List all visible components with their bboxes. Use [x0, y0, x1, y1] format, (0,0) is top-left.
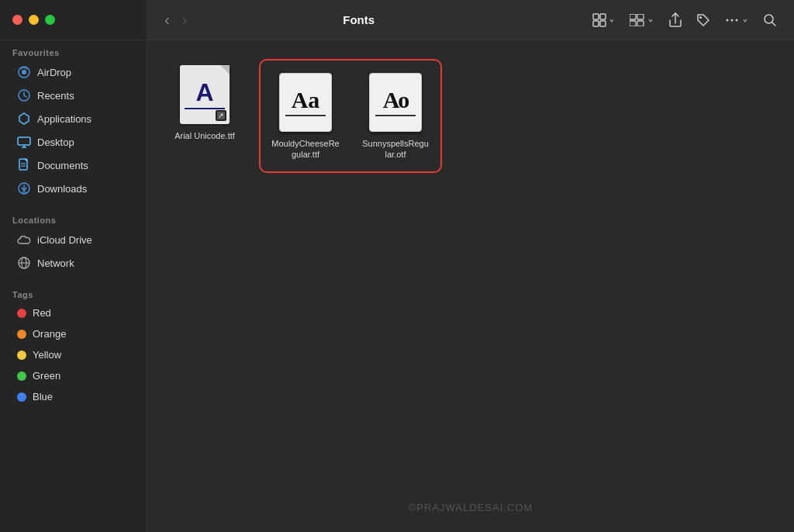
sidebar-item-desktop[interactable]: Desktop	[5, 131, 142, 153]
locations-section-label: Locations	[0, 208, 147, 228]
sidebar-item-airdrop[interactable]: AirDrop	[5, 61, 142, 83]
sunny-font-icon: Ao	[369, 73, 422, 132]
downloads-icon	[17, 181, 31, 195]
tag-blue-label: Blue	[33, 391, 53, 402]
close-button[interactable]	[12, 15, 22, 25]
search-icon	[763, 13, 777, 27]
svg-rect-3	[18, 137, 30, 145]
mouldy-icon-wrapper: Aa	[278, 71, 333, 133]
airdrop-icon	[17, 65, 31, 79]
network-icon	[17, 256, 31, 270]
svg-point-23	[699, 16, 702, 19]
file-item-sunny[interactable]: Ao SunnyspellsRegular.otf	[357, 67, 434, 165]
airdrop-label: AirDrop	[37, 67, 71, 78]
green-tag-dot	[17, 371, 26, 381]
watermark: ©PRAJWALDESAI.COM	[409, 502, 533, 513]
more-dropdown-arrow-icon	[741, 16, 749, 24]
tag-green-label: Green	[33, 370, 60, 382]
favourites-section-label: Favourites	[0, 40, 147, 60]
svg-point-1	[22, 70, 26, 74]
recents-icon	[17, 88, 31, 102]
tag-orange-label: Orange	[33, 328, 66, 340]
svg-rect-19	[630, 14, 636, 19]
options-dropdown-arrow-icon	[647, 16, 654, 24]
tag-red-label: Red	[33, 307, 51, 319]
svg-point-26	[736, 19, 738, 21]
maximize-button[interactable]	[45, 15, 55, 25]
svg-rect-20	[637, 14, 644, 19]
sidebar-item-recents[interactable]: Recents	[5, 85, 142, 106]
sidebar-item-documents[interactable]: Documents	[5, 154, 142, 176]
arial-icon-wrapper: A ↗	[177, 64, 233, 126]
svg-rect-22	[637, 21, 644, 26]
icloud-label: iCloud Drive	[37, 234, 92, 246]
tag-yellow-label: Yellow	[33, 349, 61, 361]
orange-tag-dot	[17, 330, 26, 339]
file-item-arial[interactable]: A ↗ Arial Unicode.ttf	[166, 59, 243, 146]
view-grid-button[interactable]	[588, 10, 620, 30]
window-controls	[0, 0, 147, 40]
back-button[interactable]: ‹	[160, 9, 174, 30]
desktop-label: Desktop	[37, 136, 74, 148]
downloads-label: Downloads	[37, 183, 87, 195]
nav-buttons: ‹ ›	[160, 9, 192, 30]
mouldy-file-label: MouldyCheeseRegular.ttf	[271, 138, 340, 161]
minimize-button[interactable]	[29, 15, 39, 25]
svg-point-24	[727, 19, 729, 21]
grid-view-icon	[592, 13, 606, 27]
svg-line-28	[772, 22, 776, 26]
documents-label: Documents	[37, 160, 88, 171]
list-view-icon	[630, 14, 645, 26]
more-options-button[interactable]	[720, 11, 754, 29]
tag-icon	[696, 13, 710, 27]
documents-icon	[17, 158, 31, 172]
share-button[interactable]	[664, 9, 687, 31]
share-icon	[668, 12, 682, 28]
red-tag-dot	[17, 309, 26, 318]
sunny-file-label: SunnyspellsRegular.otf	[361, 138, 430, 161]
sidebar-item-tag-yellow[interactable]: Yellow	[5, 345, 142, 364]
sunny-icon-wrapper: Ao	[368, 71, 423, 133]
sidebar-item-downloads[interactable]: Downloads	[5, 178, 142, 199]
toolbar: ‹ › Fonts	[147, 0, 794, 40]
more-options-icon	[724, 14, 740, 26]
sidebar-item-network[interactable]: Network	[5, 252, 142, 274]
yellow-tag-dot	[17, 351, 26, 360]
arial-font-icon: A ↗	[180, 65, 230, 124]
view-options-button[interactable]	[625, 11, 659, 29]
applications-icon	[17, 112, 31, 126]
recents-label: Recents	[37, 90, 74, 102]
svg-rect-16	[600, 14, 606, 19]
mouldy-font-icon: Aa	[279, 73, 332, 132]
tag-button[interactable]	[692, 10, 715, 30]
file-item-mouldy[interactable]: Aa MouldyCheeseRegular.ttf	[267, 67, 344, 165]
selection-box: Aa MouldyCheeseRegular.ttf Ao Sunnys	[259, 59, 442, 173]
forward-button[interactable]: ›	[178, 9, 192, 30]
grid-dropdown-arrow-icon	[608, 16, 616, 24]
sidebar-item-applications[interactable]: Applications	[5, 108, 142, 130]
svg-rect-18	[600, 21, 606, 26]
blue-tag-dot	[17, 392, 26, 402]
applications-label: Applications	[37, 113, 91, 125]
desktop-icon	[17, 135, 31, 149]
sidebar-item-tag-orange[interactable]: Orange	[5, 324, 142, 344]
toolbar-title: Fonts	[343, 13, 375, 26]
sidebar-item-icloud[interactable]: iCloud Drive	[5, 229, 142, 250]
svg-rect-17	[593, 21, 599, 26]
svg-rect-21	[630, 21, 636, 26]
sidebar-item-tag-green[interactable]: Green	[5, 366, 142, 385]
toolbar-actions	[588, 9, 782, 31]
network-label: Network	[37, 257, 74, 269]
arial-file-label: Arial Unicode.ttf	[174, 130, 235, 141]
file-grid: A ↗ Arial Unicode.ttf Aa	[166, 59, 775, 173]
icloud-icon	[17, 233, 31, 247]
sidebar-item-tag-blue[interactable]: Blue	[5, 387, 142, 406]
content-area: A ↗ Arial Unicode.ttf Aa	[147, 40, 794, 532]
tags-section-label: Tags	[0, 282, 147, 302]
search-button[interactable]	[758, 10, 782, 30]
svg-rect-15	[593, 14, 599, 19]
svg-point-25	[731, 19, 734, 21]
sidebar-item-tag-red[interactable]: Red	[5, 303, 142, 323]
